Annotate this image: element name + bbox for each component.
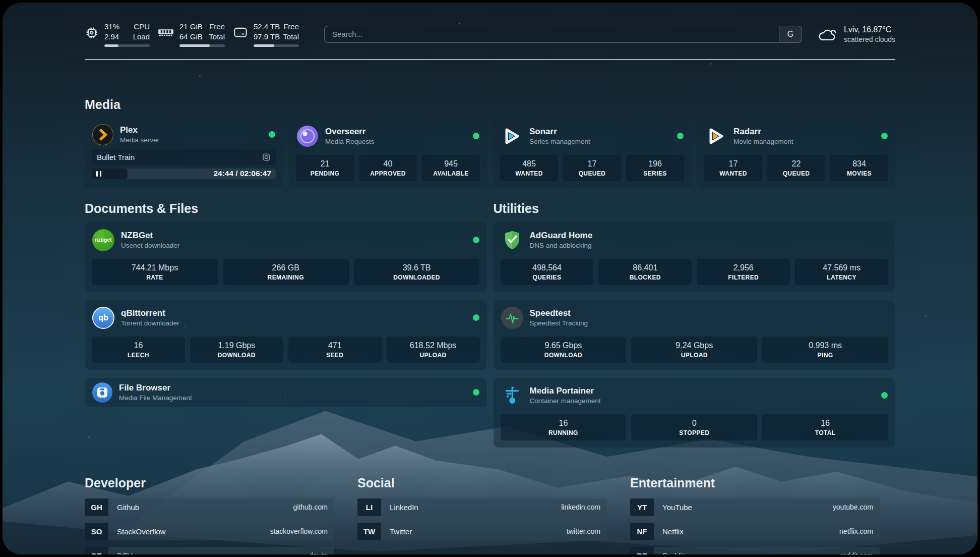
app-name: NZBGet [121,231,179,241]
cpu-progress-fill [104,44,118,47]
memory-total-label: Total [209,32,225,42]
bookmark-stackoverflow[interactable]: SO StackOverflow stackoverflow.com [85,523,334,540]
app-card-sonarr[interactable]: Sonarr Series management 485WANTED 17QUE… [493,119,691,188]
section-utilities: Utilities [494,201,896,448]
memory-free-label: Free [209,22,225,32]
app-description: Torrent downloader [121,319,179,327]
app-card-nzbget[interactable]: nzbget NZBGet Usenet downloader 744.21 M… [85,222,487,292]
app-name: File Browser [119,383,192,393]
bookmark-name: Twitter [381,523,412,540]
stat-box: 40APPROVED [359,155,417,181]
bookmark-netflix[interactable]: NF Netflix netflix.com [630,523,880,540]
cpu-percent: 31% [104,22,119,32]
bookmark-url: netflix.com [839,523,880,540]
app-description: Movie management [733,138,793,145]
section-documents: Documents & Files nzbget NZBGet Usenet d… [85,201,487,407]
stat-box: 1.19 GbpsDOWNLOAD [190,337,283,363]
stat-box: 17QUEUED [563,155,621,181]
app-card-adguard[interactable]: AdGuard Home DNS and adblocking 498,564Q… [494,222,896,292]
bookmark-name: LinkedIn [381,498,418,516]
overseerr-icon [296,125,319,147]
stat-box: 2,956FILTERED [697,259,790,285]
bookmark-abbr: GH [85,498,108,516]
search-input[interactable] [325,26,779,42]
stat-box: 16RUNNING [501,414,627,440]
bookmark-url: twitter.com [567,523,607,540]
app-name: AdGuard Home [530,231,593,241]
playback-progress-bar: 24:44 / 02:06:47 [92,169,276,179]
bookmark-reddit[interactable]: RE Reddit reddit.com [630,547,880,554]
stat-box: 9.24 GbpsUPLOAD [631,337,757,363]
app-card-radarr[interactable]: Radarr Movie management 17WANTED 22QUEUE… [697,119,895,188]
nzbget-icon: nzbget [92,229,114,251]
bookmark-url: github.com [293,498,334,516]
section-media: Media Plex Media server [85,97,895,188]
stat-box: 21PENDING [296,155,354,181]
bookmark-group-title: Developer [85,476,334,490]
stat-box: 266 GBREMAINING [223,259,349,285]
app-name: Radarr [733,127,793,137]
cpu-icon [85,26,99,40]
section-title-documents: Documents & Files [85,201,487,216]
bookmark-url: dev.to [309,547,334,554]
bookmark-url: youtube.com [833,498,880,516]
bookmark-abbr: YT [630,498,654,516]
bookmark-youtube[interactable]: YT YouTube youtube.com [630,498,880,516]
app-name: Media Portainer [530,386,601,396]
section-title-utilities: Utilities [494,201,896,216]
app-name: Plex [120,125,159,135]
memory-widget: 21 GiB 64 GiB Free Total [158,22,225,47]
cpu-label: CPU [133,22,150,32]
disk-total-label: Total [283,32,299,42]
status-dot-online [269,131,275,138]
status-dot-online [473,133,479,139]
bookmark-group-social: Social LI LinkedIn linkedin.com TW Twitt… [357,476,607,554]
app-card-portainer[interactable]: Media Portainer Container management 16R… [494,378,896,448]
bookmark-dev[interactable]: DT DEV dev.to [85,547,334,554]
app-description: Series management [529,138,590,145]
app-card-plex[interactable]: Plex Media server Bullet Train 24:44 / 0… [85,119,283,188]
memory-progress-fill [179,44,210,47]
app-description: Media Requests [325,138,375,145]
app-description: Container management [530,397,601,405]
bookmark-name: YouTube [654,498,692,516]
status-dot-online [473,389,479,396]
stat-box: 0STOPPED [631,414,757,440]
app-card-speedtest[interactable]: Speedtest Speedtest Tracking 9.65 GbpsDO… [494,300,896,370]
app-card-filebrowser[interactable]: File Browser Media File Management [85,378,487,407]
search-engine-button[interactable]: G [779,26,802,42]
search-bar[interactable]: G [324,26,802,43]
app-name: Speedtest [530,308,588,318]
stat-box: 471SEED [288,337,382,363]
portainer-icon [501,384,523,407]
snow-specks [3,3,4,4]
section-title-media: Media [85,97,895,112]
stat-box: 744.21 MbpsRATE [92,259,218,285]
adguard-icon [501,229,523,251]
stat-box: 86,401BLOCKED [598,259,692,285]
app-card-qbittorrent[interactable]: qb qBittorrent Torrent downloader 16LEEC… [85,300,487,370]
bookmark-abbr: NF [630,523,654,540]
media-type-icon [262,153,271,161]
disk-free-value: 52.4 TB [254,22,280,32]
radarr-icon [705,125,727,147]
bookmark-twitter[interactable]: TW Twitter twitter.com [357,523,607,540]
app-card-overseerr[interactable]: Overseerr Media Requests 21PENDING 40APP… [289,119,487,188]
bookmark-github[interactable]: GH Github github.com [85,498,334,516]
bookmark-abbr: LI [357,498,381,516]
cpu-load-value: 2.94 [104,32,119,42]
now-playing-title: Bullet Train [97,153,135,161]
app-description: Media server [120,136,159,144]
stat-box: 9.65 GbpsDOWNLOAD [501,337,627,363]
weather-widget: Lviv, 16.87°C scattered clouds [817,25,895,43]
qbittorrent-icon: qb [92,307,114,329]
pause-icon[interactable] [96,171,101,177]
bookmark-linkedin[interactable]: LI LinkedIn linkedin.com [357,498,607,516]
app-description: Speedtest Tracking [530,319,588,327]
app-name: qBittorrent [121,308,179,318]
sonarr-icon [501,125,523,147]
status-dot-online [473,237,479,243]
disk-progress-track [254,44,299,47]
stat-box: 498,564QUERIES [501,259,594,285]
stat-box: 196SERIES [626,155,684,181]
